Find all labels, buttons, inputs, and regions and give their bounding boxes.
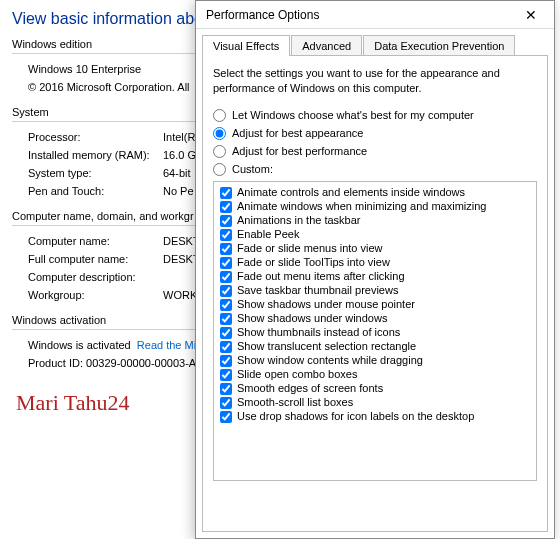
intro-text: Select the settings you want to use for …	[213, 66, 537, 97]
effect-checkbox[interactable]	[220, 341, 232, 353]
pen-label: Pen and Touch:	[28, 185, 163, 197]
radio-auto-input[interactable]	[213, 109, 226, 122]
tab-advanced[interactable]: Advanced	[291, 35, 362, 56]
effect-check-row[interactable]: Fade or slide menus into view	[220, 242, 530, 256]
edition-name: Windows 10 Enterprise	[28, 63, 163, 75]
effect-checkbox[interactable]	[220, 397, 232, 409]
effect-label: Save taskbar thumbnail previews	[237, 285, 398, 296]
tabstrip: Visual Effects Advanced Data Execution P…	[196, 29, 554, 56]
effect-checkbox[interactable]	[220, 313, 232, 325]
pen-value: No Pe	[163, 185, 194, 197]
effect-checkbox[interactable]	[220, 271, 232, 283]
tab-visual-effects[interactable]: Visual Effects	[202, 35, 290, 56]
effect-checkbox[interactable]	[220, 257, 232, 269]
effect-check-row[interactable]: Animations in the taskbar	[220, 214, 530, 228]
radio-custom[interactable]: Custom:	[213, 163, 537, 176]
systype-label: System type:	[28, 167, 163, 179]
effect-check-row[interactable]: Fade out menu items after clicking	[220, 270, 530, 284]
effect-check-row[interactable]: Save taskbar thumbnail previews	[220, 284, 530, 298]
effect-label: Show shadows under windows	[237, 313, 387, 324]
effect-checkbox[interactable]	[220, 243, 232, 255]
radio-best-performance[interactable]: Adjust for best performance	[213, 145, 537, 158]
effect-check-row[interactable]: Enable Peek	[220, 228, 530, 242]
close-icon: ✕	[525, 7, 537, 23]
effect-check-row[interactable]: Show thumbnails instead of icons	[220, 326, 530, 340]
product-id: Product ID: 00329-00000-00003-AA	[28, 357, 204, 369]
effect-check-row[interactable]: Use drop shadows for icon labels on the …	[220, 410, 530, 424]
effect-check-row[interactable]: Show translucent selection rectangle	[220, 340, 530, 354]
radio-best-appearance[interactable]: Adjust for best appearance	[213, 127, 537, 140]
effect-checkbox[interactable]	[220, 187, 232, 199]
effect-check-row[interactable]: Smooth edges of screen fonts	[220, 382, 530, 396]
effect-checkbox[interactable]	[220, 201, 232, 213]
radio-custom-input[interactable]	[213, 163, 226, 176]
radio-bestperf-input[interactable]	[213, 145, 226, 158]
effect-label: Fade or slide ToolTips into view	[237, 257, 390, 268]
effect-check-row[interactable]: Show shadows under mouse pointer	[220, 298, 530, 312]
tab-page-visual-effects: Select the settings you want to use for …	[202, 55, 548, 532]
effect-label: Animations in the taskbar	[237, 215, 361, 226]
radio-auto-label: Let Windows choose what's best for my co…	[232, 109, 474, 121]
effect-check-row[interactable]: Show shadows under windows	[220, 312, 530, 326]
processor-value: Intel(R	[163, 131, 195, 143]
effects-checklist: Animate controls and elements inside win…	[213, 181, 537, 481]
effect-checkbox[interactable]	[220, 229, 232, 241]
effect-checkbox[interactable]	[220, 299, 232, 311]
effect-label: Slide open combo boxes	[237, 369, 357, 380]
effect-check-row[interactable]: Animate windows when minimizing and maxi…	[220, 200, 530, 214]
ram-value: 16.0 G	[163, 149, 196, 161]
effect-label: Show translucent selection rectangle	[237, 341, 416, 352]
workgroup-value: WORK	[163, 289, 197, 301]
effect-label: Smooth-scroll list boxes	[237, 397, 353, 408]
effect-label: Show shadows under mouse pointer	[237, 299, 415, 310]
close-button[interactable]: ✕	[512, 2, 550, 28]
radio-auto[interactable]: Let Windows choose what's best for my co…	[213, 109, 537, 122]
radio-bestapp-input[interactable]	[213, 127, 226, 140]
effect-label: Show window contents while dragging	[237, 355, 423, 366]
ram-label: Installed memory (RAM):	[28, 149, 163, 161]
effect-check-row[interactable]: Slide open combo boxes	[220, 368, 530, 382]
effect-label: Animate windows when minimizing and maxi…	[237, 201, 486, 212]
effect-check-row[interactable]: Fade or slide ToolTips into view	[220, 256, 530, 270]
effect-label: Smooth edges of screen fonts	[237, 383, 383, 394]
effect-checkbox[interactable]	[220, 355, 232, 367]
effect-check-row[interactable]: Smooth-scroll list boxes	[220, 396, 530, 410]
tab-dep[interactable]: Data Execution Prevention	[363, 35, 515, 56]
effect-label: Enable Peek	[237, 229, 299, 240]
effect-label: Fade or slide menus into view	[237, 243, 383, 254]
effect-label: Fade out menu items after clicking	[237, 271, 405, 282]
effect-checkbox[interactable]	[220, 327, 232, 339]
performance-options-dialog: Performance Options ✕ Visual Effects Adv…	[195, 0, 555, 539]
effect-checkbox[interactable]	[220, 285, 232, 297]
activation-link[interactable]: Read the Mi	[137, 339, 196, 351]
workgroup-label: Workgroup:	[28, 289, 163, 301]
effect-label: Animate controls and elements inside win…	[237, 187, 465, 198]
effect-checkbox[interactable]	[220, 411, 232, 423]
effect-checkbox[interactable]	[220, 369, 232, 381]
fcname-label: Full computer name:	[28, 253, 163, 265]
effect-check-row[interactable]: Show window contents while dragging	[220, 354, 530, 368]
effect-checkbox[interactable]	[220, 215, 232, 227]
effect-checkbox[interactable]	[220, 383, 232, 395]
radio-custom-label: Custom:	[232, 163, 273, 175]
cdesc-label: Computer description:	[28, 271, 163, 283]
effect-label: Use drop shadows for icon labels on the …	[237, 411, 474, 422]
cname-label: Computer name:	[28, 235, 163, 247]
radio-bestperf-label: Adjust for best performance	[232, 145, 367, 157]
copyright: © 2016 Microsoft Corporation. All	[28, 81, 190, 93]
activation-status: Windows is activated	[28, 339, 131, 351]
effect-label: Show thumbnails instead of icons	[237, 327, 400, 338]
systype-value: 64-bit	[163, 167, 191, 179]
effect-check-row[interactable]: Animate controls and elements inside win…	[220, 186, 530, 200]
radio-bestapp-label: Adjust for best appearance	[232, 127, 363, 139]
processor-label: Processor:	[28, 131, 163, 143]
titlebar[interactable]: Performance Options ✕	[196, 1, 554, 29]
dialog-title: Performance Options	[206, 8, 512, 22]
